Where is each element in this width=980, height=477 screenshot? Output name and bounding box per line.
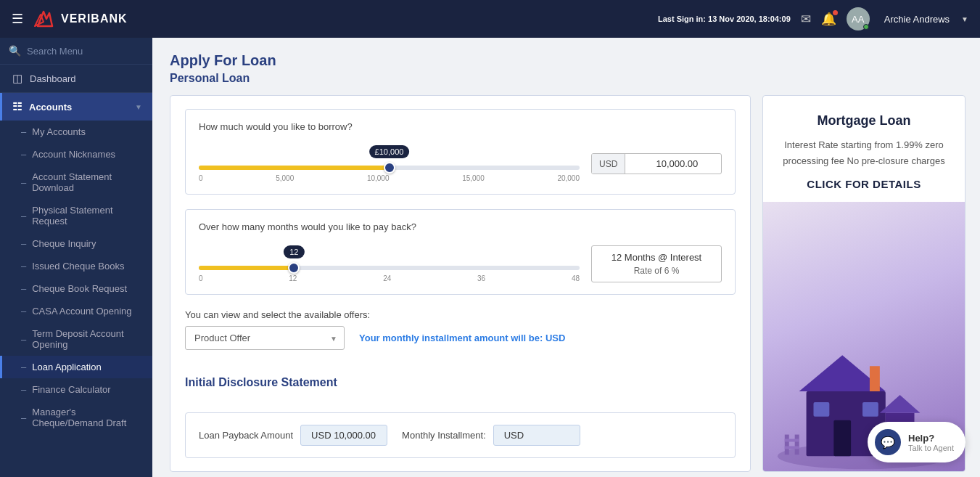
months-thumb[interactable]	[288, 262, 300, 274]
tick-10000: 10,000	[367, 174, 390, 182]
months-slider-container: 12 0 12 24 36 48	[199, 245, 580, 282]
borrow-thumb[interactable]	[384, 162, 395, 174]
mail-icon[interactable]: ✉	[801, 12, 811, 27]
interest-title: 12 Months @ Interest	[602, 252, 711, 263]
help-bubble[interactable]: 💬 Help? Talk to Agent	[868, 422, 965, 462]
product-offer-select[interactable]: Product Offer	[185, 326, 345, 350]
logo: VERIBANK	[32, 7, 128, 30]
finance-calculator-label: Finance Calculator	[32, 384, 110, 395]
accounts-icon: ☷	[12, 100, 22, 113]
sidebar-item-physical-statement[interactable]: Physical Statement Request	[0, 199, 152, 232]
sidebar-item-loan-application[interactable]: Loan Application	[0, 356, 152, 378]
tick-0: 0	[199, 174, 203, 182]
svg-rect-5	[833, 420, 851, 457]
offer-select-wrap: Product Offer ▼	[185, 326, 345, 350]
search-input[interactable]	[27, 46, 144, 57]
sidebar-item-dashboard[interactable]: ◫ Dashboard	[0, 65, 152, 92]
sidebar-item-statement-download[interactable]: Account Statement Download	[0, 166, 152, 199]
side-panel-cta-button[interactable]: CLICK FOR DETAILS	[778, 178, 950, 190]
borrow-ticks: 0 5,000 10,000 15,000 20,000	[199, 174, 580, 182]
tick-5000: 5,000	[276, 174, 294, 182]
months-track[interactable]	[199, 266, 580, 270]
main-layout: 🔍 ◫ Dashboard ☷ Accounts ▼ My Accounts A…	[0, 38, 980, 477]
casa-account-label: CASA Account Opening	[32, 306, 131, 317]
username[interactable]: Archie Andrews	[884, 14, 950, 25]
svg-rect-14	[785, 439, 799, 442]
svg-rect-12	[785, 435, 789, 455]
monthly-currency: USD	[545, 333, 565, 343]
offer-row: Product Offer ▼ Your monthly installment…	[185, 326, 736, 350]
accounts-section: ☷ Accounts ▼ My Accounts Account Nicknam…	[0, 92, 152, 434]
offer-section: You can view and select the available of…	[185, 309, 736, 350]
cheque-inquiry-label: Cheque Inquiry	[32, 238, 96, 249]
svg-marker-10	[880, 395, 921, 413]
interest-box[interactable]: 12 Months @ Interest Rate of 6 %	[591, 245, 722, 282]
help-subtitle: Talk to Agent	[908, 444, 954, 452]
accounts-label: Accounts	[29, 102, 135, 113]
top-navigation: ☰ VERIBANK Last Sign in: 13 Nov 2020, 18…	[0, 0, 980, 38]
borrow-amount-input[interactable]	[625, 154, 705, 174]
my-accounts-label: My Accounts	[32, 126, 86, 137]
svg-rect-6	[814, 402, 830, 417]
tick-m24: 24	[383, 274, 391, 282]
sidebar-item-cheque-inquiry[interactable]: Cheque Inquiry	[0, 232, 152, 255]
svg-rect-7	[862, 402, 878, 417]
sidebar-item-casa-account[interactable]: CASA Account Opening	[0, 300, 152, 322]
side-panel-title: Mortgage Loan	[778, 113, 950, 129]
months-question: Over how many months would you like to p…	[199, 221, 722, 232]
sidebar-item-managers-cheque[interactable]: Manager's Cheque/Demand Draft	[0, 401, 152, 434]
tick-m48: 48	[572, 274, 580, 282]
disclosure-card: Loan Payback Amount USD 10,000.00 Monthl…	[185, 412, 736, 458]
sidebar: 🔍 ◫ Dashboard ☷ Accounts ▼ My Accounts A…	[0, 38, 152, 477]
accounts-section-header[interactable]: ☷ Accounts ▼	[0, 93, 152, 121]
page-subtitle: Personal Loan	[170, 72, 965, 85]
physical-statement-label: Physical Statement Request	[32, 205, 142, 227]
tick-20000: 20,000	[557, 174, 580, 182]
svg-rect-13	[795, 435, 799, 455]
avatar[interactable]: AA	[847, 7, 870, 30]
sidebar-item-term-deposit[interactable]: Term Deposit Account Opening	[0, 322, 152, 356]
sidebar-item-cheque-book-request[interactable]: Cheque Book Request	[0, 277, 152, 300]
tick-m36: 36	[477, 274, 485, 282]
dashboard-icon: ◫	[12, 72, 22, 85]
tick-m12: 12	[289, 274, 297, 282]
sidebar-item-account-nicknames[interactable]: Account Nicknames	[0, 143, 152, 166]
months-slider-section: Over how many months would you like to p…	[185, 209, 736, 295]
help-icon: 💬	[875, 429, 901, 455]
cheque-book-request-label: Cheque Book Request	[32, 283, 127, 294]
app-name: VERIBANK	[61, 12, 128, 25]
hamburger-icon[interactable]: ☰	[12, 11, 23, 27]
statement-download-label: Account Statement Download	[32, 171, 142, 193]
loan-form-card: How much would you like to borrow? £10,0…	[170, 95, 751, 472]
account-nicknames-label: Account Nicknames	[32, 149, 115, 160]
borrow-slider-row: £10,000 0 5,000 10,000 15,000 20,000	[199, 145, 722, 182]
loan-payback-label: Loan Payback Amount	[199, 430, 293, 441]
sidebar-item-label: Dashboard	[30, 73, 142, 84]
notification-icon[interactable]: 🔔	[821, 12, 836, 27]
borrow-fill	[199, 166, 390, 170]
borrow-track[interactable]	[199, 166, 580, 170]
offer-question: You can view and select the available of…	[185, 309, 736, 320]
sidebar-search-bar[interactable]: 🔍	[0, 38, 152, 65]
sidebar-item-my-accounts[interactable]: My Accounts	[0, 121, 152, 143]
svg-rect-8	[870, 366, 880, 391]
disclosure-grid: Loan Payback Amount USD 10,000.00 Monthl…	[199, 425, 722, 446]
side-panel-description: Interest Rate starting from 1.99% zero p…	[778, 137, 950, 169]
sidebar-item-finance-calculator[interactable]: Finance Calculator	[0, 378, 152, 401]
tick-15000: 15,000	[462, 174, 485, 182]
months-ticks: 0 12 24 36 48	[199, 274, 580, 282]
disclosure-title: Initial Disclosure Statement	[185, 376, 736, 389]
monthly-installment-item: Monthly Installment: USD	[402, 425, 580, 446]
sidebar-item-issued-cheque-books[interactable]: Issued Cheque Books	[0, 255, 152, 277]
months-slider-row: 12 0 12 24 36 48	[199, 245, 722, 282]
term-deposit-label: Term Deposit Account Opening	[32, 328, 142, 350]
user-menu-chevron[interactable]: ▼	[961, 15, 968, 23]
side-panel: Mortgage Loan Interest Rate starting fro…	[762, 95, 965, 472]
accounts-chevron: ▼	[135, 103, 142, 111]
borrow-slider-section: How much would you like to borrow? £10,0…	[185, 109, 736, 195]
months-thumb-label: 12	[284, 245, 304, 258]
managers-cheque-label: Manager's Cheque/Demand Draft	[32, 407, 142, 428]
loan-application-label: Loan Application	[32, 362, 101, 372]
last-signin-label: Last Sign in: 13 Nov 2020, 18:04:09	[658, 15, 791, 23]
monthly-installment-text: Your monthly installment amount will be:…	[359, 333, 565, 343]
